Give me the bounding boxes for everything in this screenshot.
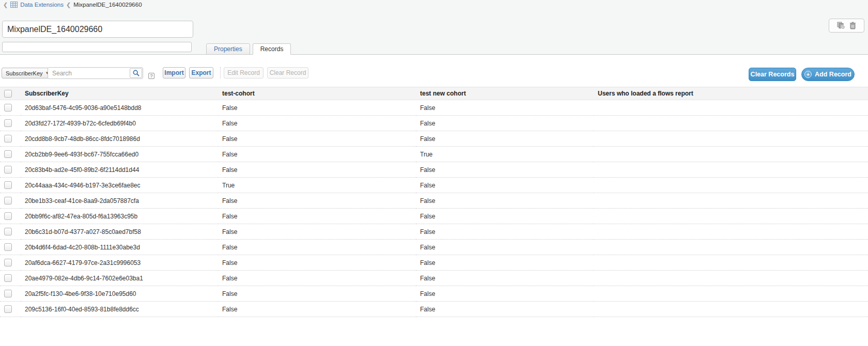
cell-test-cohort: False bbox=[218, 162, 416, 178]
select-all-checkbox[interactable] bbox=[4, 90, 12, 98]
table-row: 20c44aaa-434c-4946-b197-3e3ce6fae8ec Tru… bbox=[0, 178, 868, 193]
cell-test-cohort: True bbox=[218, 178, 416, 193]
cell-test-cohort: False bbox=[218, 147, 416, 162]
cell-test-new-cohort: True bbox=[416, 147, 594, 162]
cell-subscriber-key: 20ae4979-082e-4db6-9c14-7602e6e03ba1 bbox=[21, 271, 218, 286]
data-extension-grid-icon bbox=[10, 2, 18, 8]
cell-flows-report bbox=[594, 147, 868, 162]
description-input[interactable] bbox=[2, 42, 192, 52]
row-checkbox[interactable] bbox=[4, 150, 12, 158]
table-header-row: SubscriberKey test-cohort test new cohor… bbox=[0, 87, 868, 100]
cell-flows-report bbox=[594, 131, 868, 147]
cell-test-cohort: False bbox=[218, 286, 416, 302]
export-button[interactable]: Export bbox=[189, 67, 213, 78]
page: ❮ Data Extensions ❮ MixpanelDE_164002966… bbox=[0, 0, 868, 346]
cell-flows-report bbox=[594, 302, 868, 317]
tab-properties[interactable]: Properties bbox=[206, 43, 250, 55]
cell-test-cohort: False bbox=[218, 271, 416, 286]
row-checkbox[interactable] bbox=[4, 212, 12, 220]
column-header-subscriber-key: SubscriberKey bbox=[21, 87, 218, 100]
cell-subscriber-key: 20af6dca-6627-4179-97ce-2a31c9996053 bbox=[21, 255, 218, 271]
cell-flows-report bbox=[594, 240, 868, 255]
row-checkbox[interactable] bbox=[4, 274, 12, 282]
cell-test-new-cohort: False bbox=[416, 178, 594, 193]
cell-flows-report bbox=[594, 286, 868, 302]
table-row: 20cdd8b8-9cb7-48db-86cc-8fdc7018986d Fal… bbox=[0, 131, 868, 147]
plus-icon: + bbox=[804, 71, 812, 78]
add-record-label: Add Record bbox=[815, 71, 851, 78]
cell-test-cohort: False bbox=[218, 116, 416, 131]
row-checkbox[interactable] bbox=[4, 197, 12, 205]
cell-test-new-cohort: False bbox=[416, 116, 594, 131]
cell-flows-report bbox=[594, 116, 868, 131]
cell-subscriber-key: 20d3fd27-172f-4939-b72c-6cfedb69f4b0 bbox=[21, 116, 218, 131]
table-row: 20d63baf-5476-4c95-9036-a90e5148bdd8 Fal… bbox=[0, 100, 868, 116]
records-toolbar: SubscriberKey ▼ ? Import Export Edit Rec… bbox=[0, 66, 868, 82]
row-checkbox[interactable] bbox=[4, 104, 12, 112]
column-header-test-new-cohort: test new cohort bbox=[416, 87, 594, 100]
cell-subscriber-key: 20cdd8b8-9cb7-48db-86cc-8fdc7018986d bbox=[21, 131, 218, 147]
import-button[interactable]: Import bbox=[163, 67, 185, 78]
cell-flows-report bbox=[594, 209, 868, 224]
row-checkbox[interactable] bbox=[4, 243, 12, 251]
row-checkbox[interactable] bbox=[4, 228, 12, 235]
delete-icon[interactable] bbox=[849, 22, 856, 29]
cell-test-new-cohort: False bbox=[416, 162, 594, 178]
cell-test-cohort: False bbox=[218, 193, 416, 209]
cell-flows-report bbox=[594, 271, 868, 286]
clear-records-button[interactable]: Clear Records bbox=[749, 68, 796, 81]
cell-test-cohort: False bbox=[218, 302, 416, 317]
table-row: 20ae4979-082e-4db6-9c14-7602e6e03ba1 Fal… bbox=[0, 271, 868, 286]
row-checkbox[interactable] bbox=[4, 135, 12, 143]
cell-test-cohort: False bbox=[218, 209, 416, 224]
cell-test-cohort: False bbox=[218, 100, 416, 116]
name-input[interactable] bbox=[2, 21, 193, 38]
clear-record-button[interactable]: Clear Record bbox=[267, 67, 308, 78]
cell-subscriber-key: 20bb9f6c-af82-47ea-805d-f6a13963c95b bbox=[21, 209, 218, 224]
cell-subscriber-key: 20cb2bb9-9ee6-493f-bc67-755fcca66ed0 bbox=[21, 147, 218, 162]
cell-subscriber-key: 20a2f5fc-f130-4be6-9f38-10e710e95d60 bbox=[21, 286, 218, 302]
cell-flows-report bbox=[594, 162, 868, 178]
cell-test-new-cohort: False bbox=[416, 286, 594, 302]
table-row: 20d3fd27-172f-4939-b72c-6cfedb69f4b0 Fal… bbox=[0, 116, 868, 131]
copy-icon[interactable] bbox=[837, 22, 845, 29]
breadcrumb-separator-chevron-icon: ❮ bbox=[66, 2, 71, 8]
table-row: 209c5136-16f0-40ed-8593-81b8fe8dd6cc Fal… bbox=[0, 302, 868, 317]
breadcrumb-link-data-extensions[interactable]: Data Extensions bbox=[20, 2, 64, 8]
row-checkbox[interactable] bbox=[4, 259, 12, 266]
cell-test-new-cohort: False bbox=[416, 255, 594, 271]
row-checkbox[interactable] bbox=[4, 290, 12, 297]
cell-subscriber-key: 20be1b33-ceaf-41ce-8aa9-2da057887cfa bbox=[21, 193, 218, 209]
edit-record-button[interactable]: Edit Record bbox=[224, 67, 264, 78]
search-input[interactable] bbox=[48, 67, 143, 79]
table-row: 20bb9f6c-af82-47ea-805d-f6a13963c95b Fal… bbox=[0, 209, 868, 224]
row-checkbox[interactable] bbox=[4, 305, 12, 313]
toolbar-divider bbox=[220, 67, 221, 78]
cell-flows-report bbox=[594, 100, 868, 116]
tab-bar: Properties Records bbox=[206, 43, 291, 55]
breadcrumb: ❮ Data Extensions ❮ MixpanelDE_164002966… bbox=[3, 2, 142, 8]
tab-records[interactable]: Records bbox=[253, 43, 291, 55]
cell-test-new-cohort: False bbox=[416, 209, 594, 224]
table-row: 20c83b4b-ad2e-45f0-89b2-6f2114dd1d44 Fal… bbox=[0, 162, 868, 178]
row-checkbox[interactable] bbox=[4, 181, 12, 189]
help-icon[interactable]: ? bbox=[148, 73, 154, 79]
table-row: 20a2f5fc-f130-4be6-9f38-10e710e95d60 Fal… bbox=[0, 286, 868, 302]
header-action-icons bbox=[829, 19, 864, 33]
search-area bbox=[48, 67, 143, 79]
search-field-selector[interactable]: SubscriberKey ▼ bbox=[2, 68, 53, 78]
back-chevron-icon[interactable]: ❮ bbox=[3, 2, 8, 8]
column-header-test-cohort: test-cohort bbox=[218, 87, 416, 100]
row-checkbox[interactable] bbox=[4, 166, 12, 174]
cell-test-new-cohort: False bbox=[416, 131, 594, 147]
search-icon bbox=[133, 70, 140, 76]
cell-subscriber-key: 20d63baf-5476-4c95-9036-a90e5148bdd8 bbox=[21, 100, 218, 116]
add-record-button[interactable]: + Add Record bbox=[801, 68, 855, 81]
cell-test-cohort: False bbox=[218, 240, 416, 255]
cell-test-new-cohort: False bbox=[416, 100, 594, 116]
table-row: 20af6dca-6627-4179-97ce-2a31c9996053 Fal… bbox=[0, 255, 868, 271]
cell-flows-report bbox=[594, 255, 868, 271]
cell-flows-report bbox=[594, 224, 868, 240]
search-button[interactable] bbox=[130, 68, 142, 78]
row-checkbox[interactable] bbox=[4, 119, 12, 127]
